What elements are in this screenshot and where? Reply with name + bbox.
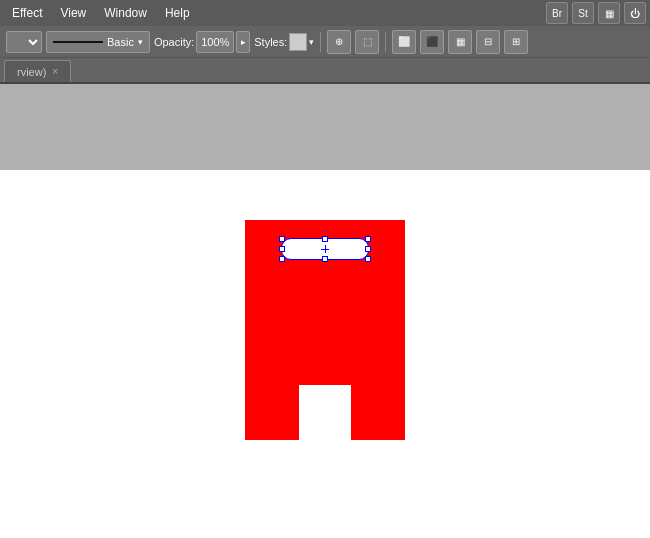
align-center-btn[interactable]: ⬛ (420, 30, 444, 54)
power-icon: ⏻ (630, 8, 640, 19)
handle-top-right[interactable] (365, 236, 371, 242)
br-label: Br (552, 8, 562, 19)
menu-bar: Effect View Window Help Br St ▦ ⏻ (0, 0, 650, 26)
white-cutout (299, 385, 351, 440)
power-icon-btn[interactable]: ⏻ (624, 2, 646, 24)
canvas-area (0, 84, 650, 170)
menu-app-icons: Br St ▦ ⏻ (546, 2, 646, 24)
selected-textbox[interactable] (281, 238, 369, 260)
artwork-container (245, 220, 405, 440)
handle-bottom-middle[interactable] (322, 256, 328, 262)
distribute2-icon: ⊞ (512, 36, 520, 47)
stroke-style-preview[interactable]: Basic ▾ (46, 31, 150, 53)
handle-top-left[interactable] (279, 236, 285, 242)
opacity-label: Opacity: (154, 36, 194, 48)
menu-effect[interactable]: Effect (4, 4, 50, 22)
tab-bar: rview) × (0, 58, 650, 84)
main-content (0, 170, 650, 538)
brush-size-select[interactable] (6, 31, 42, 53)
grid-icon: ▦ (605, 8, 614, 19)
align-right-icon: ▦ (456, 36, 465, 47)
stroke-label: Basic (107, 36, 134, 48)
canvas-tab[interactable]: rview) × (4, 60, 71, 82)
separator-2 (385, 32, 386, 52)
tab-close-btn[interactable]: × (52, 66, 58, 77)
handle-middle-right[interactable] (365, 246, 371, 252)
menu-view[interactable]: View (52, 4, 94, 22)
st-label: St (578, 8, 587, 19)
opacity-arrow[interactable]: ▸ (236, 31, 250, 53)
globe-icon-btn[interactable]: ⊕ (327, 30, 351, 54)
st-icon-btn[interactable]: St (572, 2, 594, 24)
menu-window[interactable]: Window (96, 4, 155, 22)
opacity-group: Opacity: ▸ (154, 31, 250, 53)
handle-top-middle[interactable] (322, 236, 328, 242)
distribute2-btn[interactable]: ⊞ (504, 30, 528, 54)
crop-icon: ⬚ (363, 36, 372, 47)
tab-label: rview) (17, 66, 46, 78)
center-crosshair (321, 245, 329, 253)
styles-label: Styles: (254, 36, 287, 48)
stroke-line (53, 41, 103, 43)
distribute-icon: ⊟ (484, 36, 492, 47)
handle-bottom-left[interactable] (279, 256, 285, 262)
styles-chevron: ▾ (309, 37, 314, 47)
align-left-btn[interactable]: ⬜ (392, 30, 416, 54)
handle-bottom-right[interactable] (365, 256, 371, 262)
distribute-btn[interactable]: ⊟ (476, 30, 500, 54)
align-right-btn[interactable]: ▦ (448, 30, 472, 54)
globe-icon: ⊕ (335, 36, 343, 47)
styles-group: Styles: ▾ (254, 33, 314, 51)
toolbar: Basic ▾ Opacity: ▸ Styles: ▾ ⊕ ⬚ ⬜ ⬛ ▦ ⊟… (0, 26, 650, 58)
handle-middle-left[interactable] (279, 246, 285, 252)
opacity-input[interactable] (196, 31, 234, 53)
grid-icon-btn[interactable]: ▦ (598, 2, 620, 24)
align-center-icon: ⬛ (426, 36, 438, 47)
crop-icon-btn[interactable]: ⬚ (355, 30, 379, 54)
separator-1 (320, 32, 321, 52)
style-swatch[interactable] (289, 33, 307, 51)
stroke-chevron: ▾ (138, 37, 143, 47)
align-left-icon: ⬜ (398, 36, 410, 47)
br-icon-btn[interactable]: Br (546, 2, 568, 24)
menu-help[interactable]: Help (157, 4, 198, 22)
